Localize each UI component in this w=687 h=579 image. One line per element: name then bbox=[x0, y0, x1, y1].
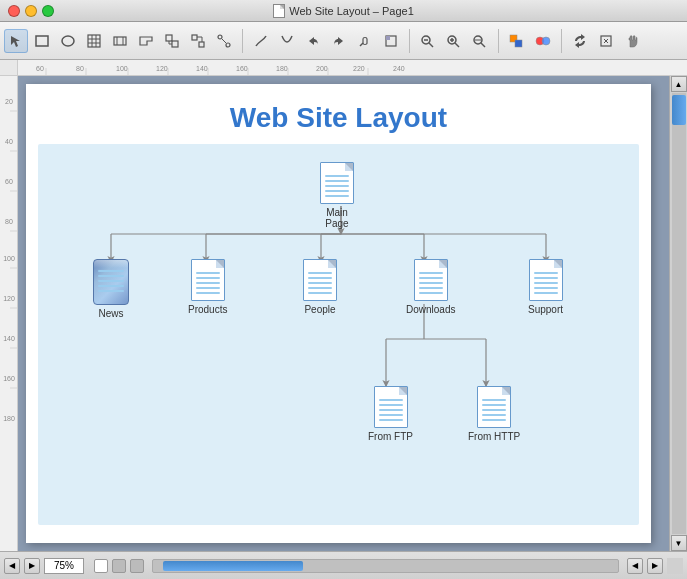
color1-tool[interactable] bbox=[505, 29, 529, 53]
back-button[interactable] bbox=[301, 29, 325, 53]
support-label: Support bbox=[528, 304, 563, 315]
people-node[interactable]: People bbox=[303, 259, 337, 315]
news-node[interactable]: News bbox=[93, 259, 129, 319]
fromftp-node[interactable]: From FTP bbox=[368, 386, 413, 442]
downloads-node[interactable]: Downloads bbox=[406, 259, 455, 315]
scroll-up-button[interactable]: ▲ bbox=[671, 76, 687, 92]
toolbar-sep1 bbox=[242, 29, 243, 53]
svg-text:140: 140 bbox=[196, 65, 208, 72]
refresh-button[interactable] bbox=[568, 29, 592, 53]
resize-tool[interactable] bbox=[379, 29, 403, 53]
zoom-select-button[interactable] bbox=[468, 29, 492, 53]
minimize-button[interactable] bbox=[25, 5, 37, 17]
scroll-down-button[interactable]: ▼ bbox=[671, 535, 687, 551]
toolbar bbox=[0, 22, 687, 60]
svg-text:200: 200 bbox=[316, 65, 328, 72]
ellipse-tool[interactable] bbox=[56, 29, 80, 53]
svg-line-29 bbox=[455, 43, 459, 47]
title-bar: Web Site Layout – Page1 bbox=[0, 0, 687, 22]
svg-rect-2 bbox=[88, 35, 100, 47]
arrow-tool[interactable] bbox=[4, 29, 28, 53]
fromftp-label: From FTP bbox=[368, 431, 413, 442]
svg-line-31 bbox=[481, 43, 485, 47]
scroll-thumb-horizontal[interactable] bbox=[163, 561, 303, 571]
zoom-in-button[interactable] bbox=[442, 29, 466, 53]
zoom-out-button[interactable] bbox=[416, 29, 440, 53]
svg-rect-14 bbox=[192, 35, 197, 40]
canvas-container[interactable]: Web Site Layout bbox=[18, 76, 669, 551]
svg-text:160: 160 bbox=[236, 65, 248, 72]
svg-rect-7 bbox=[114, 37, 126, 45]
ruler-top: 60 80 100 120 140 160 180 200 220 240 bbox=[18, 60, 687, 75]
scroll-track-right[interactable] bbox=[672, 93, 686, 534]
bottom-bar: ◀ ▶ ◀ ▶ bbox=[0, 551, 687, 579]
support-node[interactable]: Support bbox=[528, 259, 563, 315]
flow2-tool[interactable] bbox=[160, 29, 184, 53]
hand-tool[interactable] bbox=[620, 29, 644, 53]
page-right-button[interactable]: ▶ bbox=[24, 558, 40, 574]
support-icon bbox=[529, 259, 563, 301]
products-label: Products bbox=[188, 304, 227, 315]
connector1-tool[interactable] bbox=[186, 29, 210, 53]
svg-text:100: 100 bbox=[3, 255, 15, 262]
svg-text:240: 240 bbox=[393, 65, 405, 72]
toolbar-sep3 bbox=[498, 29, 499, 53]
svg-point-1 bbox=[62, 36, 74, 46]
fromftp-icon bbox=[374, 386, 408, 428]
scrollbar-right[interactable]: ▲ ▼ bbox=[669, 76, 687, 551]
close-button[interactable] bbox=[8, 5, 20, 17]
page-dots bbox=[94, 559, 144, 573]
color2-tool[interactable] bbox=[531, 29, 555, 53]
fromhttp-icon bbox=[477, 386, 511, 428]
main-page-icon bbox=[320, 162, 354, 204]
svg-rect-10 bbox=[166, 35, 172, 41]
page-dot-2[interactable] bbox=[112, 559, 126, 573]
news-label: News bbox=[98, 308, 123, 319]
news-icon bbox=[93, 259, 129, 305]
window-controls[interactable] bbox=[8, 5, 54, 17]
process-tool[interactable] bbox=[108, 29, 132, 53]
rectangle-tool[interactable] bbox=[30, 29, 54, 53]
diagram-area[interactable]: MainPage News bbox=[38, 144, 639, 525]
table-tool[interactable] bbox=[82, 29, 106, 53]
svg-text:40: 40 bbox=[5, 138, 13, 145]
page-left-button[interactable]: ◀ bbox=[4, 558, 20, 574]
line-tool[interactable] bbox=[249, 29, 273, 53]
ruler-corner bbox=[0, 60, 18, 76]
svg-line-25 bbox=[429, 43, 433, 47]
zoom-fit-button[interactable] bbox=[594, 29, 618, 53]
people-icon bbox=[303, 259, 337, 301]
link-tool[interactable] bbox=[353, 29, 377, 53]
downloads-icon bbox=[414, 259, 448, 301]
svg-point-18 bbox=[218, 35, 222, 39]
people-label: People bbox=[304, 304, 335, 315]
connector2-tool[interactable] bbox=[212, 29, 236, 53]
products-node[interactable]: Products bbox=[188, 259, 227, 315]
flow1-tool[interactable] bbox=[134, 29, 158, 53]
fromhttp-node[interactable]: From HTTP bbox=[468, 386, 520, 442]
forward-button[interactable] bbox=[327, 29, 351, 53]
main-page-node[interactable]: MainPage bbox=[320, 162, 354, 229]
scroll-thumb-right[interactable] bbox=[672, 95, 686, 125]
svg-rect-11 bbox=[172, 41, 178, 47]
scrollbar-horizontal[interactable] bbox=[152, 559, 619, 573]
ruler-horizontal-container: 60 80 100 120 140 160 180 200 220 240 bbox=[0, 60, 687, 76]
zoom-input[interactable] bbox=[44, 558, 84, 574]
arc-tool[interactable] bbox=[275, 29, 299, 53]
canvas-page: Web Site Layout bbox=[26, 84, 651, 543]
svg-text:80: 80 bbox=[5, 218, 13, 225]
svg-text:180: 180 bbox=[276, 65, 288, 72]
svg-rect-22 bbox=[386, 36, 390, 40]
svg-text:180: 180 bbox=[3, 415, 15, 422]
svg-rect-60 bbox=[0, 76, 18, 551]
scroll-right-button[interactable]: ▶ bbox=[647, 558, 663, 574]
svg-rect-34 bbox=[515, 40, 522, 47]
page-title: Web Site Layout bbox=[26, 84, 651, 144]
window-title: Web Site Layout – Page1 bbox=[273, 4, 414, 18]
page-dot-1[interactable] bbox=[94, 559, 108, 573]
page-dot-3[interactable] bbox=[130, 559, 144, 573]
svg-text:140: 140 bbox=[3, 335, 15, 342]
svg-rect-15 bbox=[199, 42, 204, 47]
scroll-left-button[interactable]: ◀ bbox=[627, 558, 643, 574]
maximize-button[interactable] bbox=[42, 5, 54, 17]
